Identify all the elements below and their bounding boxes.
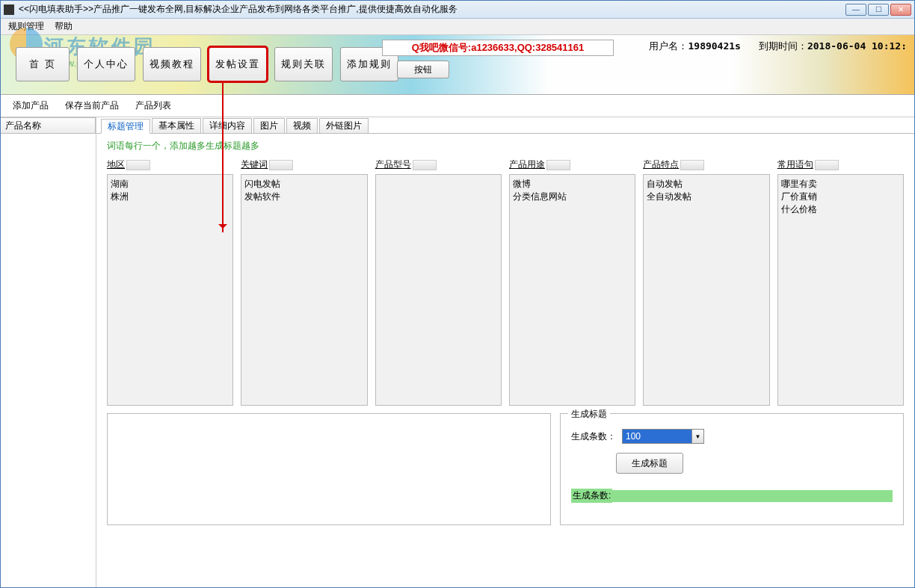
sub-toolbar: 添加产品 保存当前产品 产品列表 [1, 95, 914, 117]
col-feature-label: 产品特点 [643, 158, 679, 171]
col-usage-label: 产品用途 [509, 158, 545, 171]
col-model-label: 产品型号 [375, 158, 411, 171]
hint-text: 词语每行一个，添加越多生成标题越多 [96, 134, 914, 158]
sidebar-header: 产品名称 [1, 117, 96, 134]
count-combo[interactable]: ▼ [622, 429, 704, 444]
chevron-down-icon[interactable]: ▼ [691, 430, 703, 443]
contact-box: Q我吧微信号:a1236633,QQ:328541161 [382, 40, 614, 56]
close-button[interactable]: ✕ [890, 4, 911, 16]
titlebar: <<闪电填表助手>>产品推广一键发布全网,目标解决企业产品发布到网络各类平台推广… [1, 1, 914, 19]
col-region-label: 地区 [107, 158, 125, 171]
col-phrase-label: 常用语句 [777, 158, 813, 171]
model-textarea[interactable] [375, 174, 502, 406]
app-window: <<闪电填表助手>>产品推广一键发布全网,目标解决企业产品发布到网络各类平台推广… [0, 0, 915, 588]
col-hint-icon [815, 160, 839, 170]
personal-center-button[interactable]: 个人中心 [77, 47, 135, 81]
count-input[interactable] [623, 430, 691, 443]
expire-display: 到期时间：2018-06-04 10:12: [759, 40, 907, 53]
window-title: <<闪电填表助手>>产品推广一键发布全网,目标解决企业产品发布到网络各类平台推广… [19, 3, 845, 16]
menubar: 规则管理 帮助 [1, 19, 914, 35]
col-keyword-label: 关键词 [241, 158, 268, 171]
add-product-button[interactable]: 添加产品 [13, 99, 49, 112]
phrase-textarea[interactable] [777, 174, 904, 406]
save-product-button[interactable]: 保存当前产品 [65, 99, 119, 112]
col-hint-icon [680, 160, 704, 170]
progress-bar [612, 490, 893, 502]
col-hint-icon [413, 160, 437, 170]
tab-basic-attr[interactable]: 基本属性 [152, 118, 201, 133]
banner: 河东软件园 www.pc0359.cn 首 页 个人中心 视频教程 发帖设置 规… [1, 35, 914, 95]
home-button[interactable]: 首 页 [16, 47, 70, 81]
progress-label: 生成条数: [571, 489, 612, 503]
main-panel: 标题管理 基本属性 详细内容 图片 视频 外链图片 词语每行一个，添加越多生成标… [96, 117, 914, 587]
usage-textarea[interactable] [509, 174, 635, 406]
sidebar: 产品名称 [1, 117, 96, 587]
post-settings-button[interactable]: 发帖设置 [209, 47, 267, 81]
product-list-button[interactable]: 产品列表 [135, 99, 171, 112]
tabstrip: 标题管理 基本属性 详细内容 图片 视频 外链图片 [96, 117, 914, 134]
generate-button[interactable]: 生成标题 [616, 453, 683, 474]
generate-panel: 生成标题 生成条数： ▼ 生成标题 生成条数: [560, 413, 904, 525]
app-icon [4, 4, 14, 15]
col-hint-icon [126, 160, 150, 170]
count-label: 生成条数： [571, 430, 616, 443]
minimize-button[interactable]: — [845, 4, 866, 16]
col-hint-icon [269, 160, 293, 170]
contact-text: Q我吧微信号:a1236633,QQ:328541161 [412, 41, 585, 55]
generic-button[interactable]: 按钮 [397, 61, 449, 78]
tab-title-manage[interactable]: 标题管理 [101, 119, 150, 134]
col-hint-icon [546, 160, 570, 170]
result-listbox[interactable] [107, 413, 551, 525]
menu-help[interactable]: 帮助 [55, 20, 73, 33]
annotation-arrow-icon [222, 83, 224, 232]
generate-legend: 生成标题 [568, 408, 610, 421]
username-display: 用户名：19890421s [649, 40, 740, 53]
tab-image[interactable]: 图片 [253, 118, 285, 133]
video-tutorial-button[interactable]: 视频教程 [143, 47, 201, 81]
maximize-button[interactable]: ☐ [868, 4, 889, 16]
tab-video[interactable]: 视频 [286, 118, 318, 133]
tab-detail[interactable]: 详细内容 [203, 118, 252, 133]
region-textarea[interactable] [107, 174, 233, 406]
rule-link-button[interactable]: 规则关联 [274, 47, 333, 81]
tab-ext-image[interactable]: 外链图片 [319, 118, 369, 133]
keyword-textarea[interactable] [241, 174, 367, 406]
feature-textarea[interactable] [643, 174, 769, 406]
